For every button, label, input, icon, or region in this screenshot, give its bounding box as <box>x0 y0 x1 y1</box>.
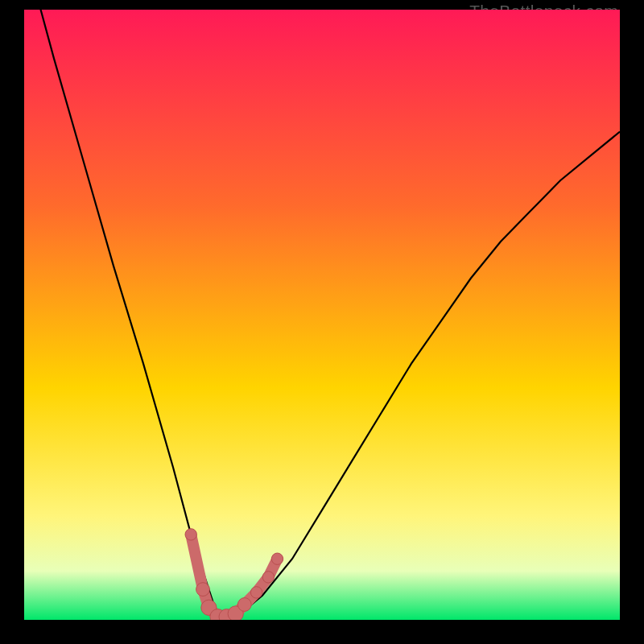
gradient-background <box>24 10 620 620</box>
curve-marker <box>271 553 283 564</box>
curve-marker <box>250 587 262 598</box>
curve-marker <box>237 598 251 612</box>
plot-area <box>24 10 620 620</box>
curve-marker <box>262 572 274 583</box>
chart-svg <box>24 10 620 620</box>
chart-frame: TheBottleneck.com <box>0 0 644 644</box>
curve-marker <box>185 529 196 540</box>
curve-marker <box>196 583 210 597</box>
